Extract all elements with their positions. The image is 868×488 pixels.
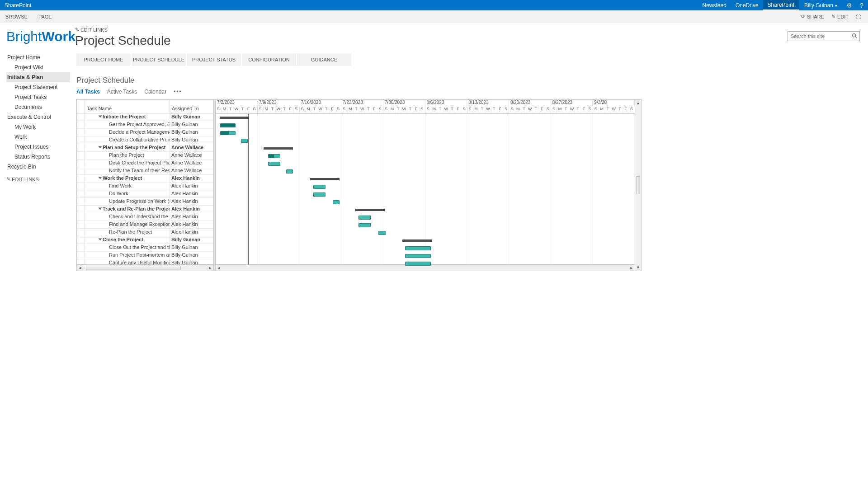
edit-links-top[interactable]: ✎ EDIT LINKS [75,27,862,33]
tab-configuration[interactable]: CONFIGURATION [242,53,296,66]
task-bar[interactable] [405,254,431,258]
table-row[interactable]: Close Out the Project and the ProjecBill… [77,244,213,252]
collapse-icon[interactable] [99,208,102,210]
task-bar[interactable] [405,246,431,250]
table-row[interactable]: Track and Re-Plan the ProjectAlex Hankin [77,206,213,213]
vscroll-thumb[interactable] [636,176,640,194]
gear-icon[interactable]: ⚙ [843,2,855,9]
view-active-tasks[interactable]: Active Tasks [107,89,137,95]
view-calendar[interactable]: Calendar [144,89,166,95]
table-row[interactable]: Notify the Team of their ResponsibiliAnn… [77,167,213,175]
nav-work[interactable]: Work [6,132,70,142]
table-row[interactable]: Close the ProjectBilly Guinan [77,236,213,244]
ribbon-tab-browse[interactable]: BROWSE [0,10,33,23]
table-row[interactable]: Re-Plan the ProjectAlex Hankin [77,229,213,236]
nav-project-tasks[interactable]: Project Tasks [6,92,70,102]
nav-project-wiki[interactable]: Project Wiki [6,62,70,72]
nav-initiate-plan[interactable]: Initiate & Plan [6,72,70,82]
assigned-to-header[interactable]: Assigned To [170,100,213,113]
gantt-row [216,191,635,198]
nav-execute-control[interactable]: Execute & Control [6,112,70,122]
edit-label: EDIT [837,14,849,19]
task-bar[interactable] [268,154,280,158]
task-bar[interactable] [359,223,371,227]
summary-bar[interactable] [355,209,385,211]
table-row[interactable]: Update Progress on Work (recordingAlex H… [77,198,213,206]
vertical-scrollbar[interactable]: ▲ ▼ [635,100,641,271]
expand-icon: ⛶ [856,14,861,19]
day-header: F [581,107,587,113]
task-bar[interactable] [220,123,236,127]
task-bar[interactable] [313,192,326,197]
task-bar[interactable] [378,231,386,235]
scroll-left-icon[interactable]: ◄ [77,266,83,270]
nav-my-work[interactable]: My Work [6,122,70,132]
table-row[interactable]: Do WorkAlex Hankin [77,190,213,198]
table-row[interactable]: Desk Check the Project PlanAnne Wallace [77,160,213,167]
sync-action[interactable]: ⟳SHARE [797,14,828,19]
nav-documents[interactable]: Documents [6,102,70,112]
summary-bar[interactable] [310,178,340,180]
table-row[interactable]: Capture any Useful Modifications (mBilly… [77,259,213,264]
suitebar-link-newsfeed[interactable]: Newsfeed [698,0,731,10]
task-bar[interactable] [220,131,236,135]
table-row[interactable]: Create a Collaborative Project SiteBilly… [77,136,213,144]
task-bar[interactable] [333,200,340,204]
nav-project-issues[interactable]: Project Issues [6,142,70,152]
task-bar[interactable] [405,262,431,266]
table-row[interactable]: Check and Understand the Project'sAlex H… [77,213,213,221]
table-row[interactable]: Get the Project Approved, SponsoredBilly… [77,121,213,129]
table-row[interactable]: Plan the ProjectAnne Wallace [77,152,213,160]
table-row[interactable]: Run Project Post-mortem and TrackBilly G… [77,252,213,259]
table-row[interactable]: Initiate the ProjectBilly Guinan [77,113,213,121]
collapse-icon[interactable] [99,146,102,149]
day-header: T [533,107,539,113]
scroll-up-icon[interactable]: ▲ [635,100,641,106]
suitebar-link-sharepoint[interactable]: SharePoint [763,0,799,10]
task-name-header[interactable]: Task Name [85,100,170,113]
collapse-icon[interactable] [99,177,102,179]
nav-project-statement[interactable]: Project Statement [6,82,70,92]
svg-point-0 [853,34,856,37]
more-views-icon[interactable]: ••• [174,89,182,95]
edit-action[interactable]: ✎EDIT [828,14,852,19]
suitebar-link-onedrive[interactable]: OneDrive [731,0,763,10]
focus-mode[interactable]: ⛶ [852,14,864,19]
tab-guidance[interactable]: GUIDANCE [297,53,351,66]
pencil-icon: ✎ [831,14,835,19]
nav-status-reports[interactable]: Status Reports [6,152,70,162]
nav-recycle-bin[interactable]: Recycle Bin [6,162,70,172]
task-bar[interactable] [268,162,280,166]
table-row[interactable]: Work the ProjectAlex Hankin [77,175,213,183]
share-label: SHARE [807,14,824,19]
view-all-tasks[interactable]: All Tasks [76,89,100,95]
site-logo[interactable]: BrightWork [6,27,70,47]
search-icon[interactable] [852,33,858,40]
ribbon-tab-page[interactable]: PAGE [33,10,57,23]
collapse-icon[interactable] [99,116,102,118]
table-row[interactable]: Decide a Project Management ProceBilly G… [77,129,213,136]
user-menu[interactable]: Billy Guinan▾ [799,2,843,9]
summary-bar[interactable] [402,239,432,242]
nav-project-home[interactable]: Project Home [6,52,70,62]
table-row[interactable]: Find and Manage Exceptions (e.g. isAlex … [77,221,213,229]
task-bar[interactable] [359,216,371,220]
collapse-icon[interactable] [99,239,102,241]
summary-bar[interactable] [220,117,250,119]
edit-links-nav[interactable]: ✎ EDIT LINKS [6,176,70,182]
task-grid-hscroll[interactable]: ◄ ► [77,264,213,271]
tab-project-schedule[interactable]: PROJECT SCHEDULE [132,53,186,66]
task-bar[interactable] [241,139,248,143]
scroll-down-icon[interactable]: ▼ [635,264,641,271]
table-row[interactable]: Find WorkAlex Hankin [77,183,213,190]
task-bar[interactable] [286,169,293,174]
task-bar[interactable] [313,185,326,189]
table-row[interactable]: Plan and Setup the ProjectAnne Wallace [77,144,213,152]
search-input[interactable] [788,31,860,41]
scroll-right-icon[interactable]: ► [207,266,213,270]
summary-bar[interactable] [264,147,293,150]
tab-project-home[interactable]: PROJECT HOME [76,53,131,66]
hscroll-thumb[interactable] [86,266,181,270]
help-icon[interactable]: ? [855,2,868,9]
tab-project-status[interactable]: PROJECT STATUS [187,53,241,66]
